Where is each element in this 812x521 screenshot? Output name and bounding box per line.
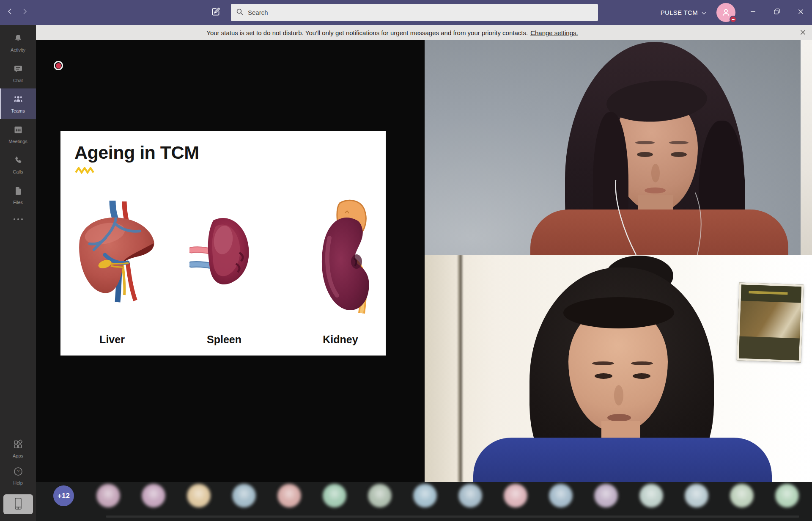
chevron-down-icon (702, 9, 706, 17)
participant-avatar[interactable] (367, 483, 392, 508)
overflow-participants-badge[interactable]: +12 (53, 485, 74, 506)
participant-avatar[interactable] (729, 483, 754, 508)
sidebar-item-label: Teams (11, 108, 25, 113)
mobile-app-button[interactable] (3, 494, 33, 514)
search-bar[interactable] (231, 4, 598, 21)
titlebar: PULSE TCM (0, 0, 812, 25)
wall-poster (737, 282, 804, 362)
bell-icon (13, 33, 23, 45)
participant-avatar[interactable] (458, 483, 483, 508)
sidebar-item-teams[interactable]: Teams (0, 88, 36, 119)
close-button[interactable] (794, 6, 807, 19)
sidebar-item-label: Meetings (8, 139, 27, 144)
participant-avatar[interactable] (277, 483, 302, 508)
search-input[interactable] (248, 9, 593, 16)
participant-avatar[interactable] (639, 483, 664, 508)
organ-label-liver: Liver (78, 334, 146, 346)
strip-scrollbar[interactable] (106, 515, 799, 518)
profile-avatar[interactable] (716, 3, 735, 22)
organ-label-kidney: Kidney (307, 334, 374, 346)
participants-strip: +12 (36, 482, 812, 521)
sidebar-item-label: Chat (13, 78, 23, 83)
banner-close-button[interactable] (797, 27, 809, 38)
participant-avatar[interactable] (186, 483, 211, 508)
restore-icon (774, 8, 780, 16)
participant-avatar[interactable] (503, 483, 528, 508)
file-icon (13, 186, 23, 198)
participant-avatar[interactable] (412, 483, 438, 508)
org-switcher[interactable]: PULSE TCM (661, 0, 706, 25)
liver-illustration (75, 200, 158, 303)
kidney-illustration (318, 198, 377, 316)
status-banner: Your status is set to do not disturb. Yo… (36, 25, 812, 40)
participant-shirt (473, 438, 772, 482)
back-button[interactable] (3, 6, 16, 19)
video-tile-participant-2[interactable] (425, 255, 812, 482)
chevron-right-icon (22, 8, 28, 17)
video-tile-participant-1[interactable] (425, 40, 812, 255)
wall-edge (801, 40, 812, 255)
wall-corner-line (457, 255, 464, 482)
forward-button[interactable] (19, 6, 31, 19)
org-name: PULSE TCM (661, 9, 698, 16)
participant-avatar[interactable] (231, 483, 257, 508)
sidebar-item-activity[interactable]: Activity (0, 28, 36, 58)
minimize-icon (750, 8, 756, 16)
change-settings-link[interactable]: Change settings. (530, 29, 578, 36)
sidebar-item-apps[interactable]: Apps (0, 435, 36, 462)
status-banner-text: Your status is set to do not disturb. Yo… (206, 29, 528, 36)
participant-avatar[interactable] (141, 483, 166, 508)
chevron-left-icon (7, 8, 13, 17)
app-rail-bottom: Apps ? Help (0, 435, 36, 514)
sidebar-item-label: Calls (13, 169, 23, 174)
organ-label-spleen: Spleen (190, 334, 258, 346)
person-icon (721, 7, 731, 18)
sidebar-item-meetings[interactable]: Meetings (0, 119, 36, 149)
close-icon (800, 29, 806, 36)
sidebar-item-label: Activity (11, 47, 25, 52)
restore-button[interactable] (770, 6, 784, 19)
apps-grid-icon (13, 439, 23, 451)
new-chat-button[interactable] (208, 5, 223, 20)
presentation-slide: Ageing in TCM (60, 131, 386, 356)
search-icon (236, 8, 244, 17)
help-icon: ? (13, 466, 23, 478)
sidebar-item-files[interactable]: Files (0, 180, 36, 210)
calendar-icon (13, 125, 23, 137)
minimize-button[interactable] (746, 6, 760, 19)
participant-avatar[interactable] (774, 483, 800, 508)
sidebar-item-label: Files (13, 200, 23, 205)
zigzag-underline (75, 167, 95, 174)
slide-title: Ageing in TCM (74, 142, 199, 163)
recording-indicator (54, 61, 63, 70)
screen-share-stage[interactable]: Ageing in TCM (36, 40, 425, 482)
participant-avatar[interactable] (322, 483, 347, 508)
app-rail-items: Activity Chat Te (0, 28, 36, 227)
sidebar-more-button[interactable] (0, 210, 36, 227)
mobile-phone-icon (14, 497, 23, 512)
dnd-status-badge (730, 16, 737, 23)
sidebar-item-label: Apps (13, 453, 23, 458)
earphone-wire (425, 40, 812, 255)
sidebar-item-help[interactable]: ? Help (0, 462, 36, 489)
participant-avatar[interactable] (593, 483, 619, 508)
sidebar-item-chat[interactable]: Chat (0, 58, 36, 88)
participant-avatar[interactable] (548, 483, 573, 508)
teams-people-icon (13, 94, 24, 106)
participant-avatar[interactable] (96, 483, 121, 508)
svg-text:?: ? (16, 469, 19, 474)
chat-icon (13, 64, 23, 76)
close-icon (798, 8, 804, 16)
compose-icon (210, 6, 221, 19)
spleen-illustration (189, 214, 253, 288)
participant-avatar[interactable] (684, 483, 709, 508)
sidebar-item-label: Help (13, 480, 23, 485)
sidebar-item-calls[interactable]: Calls (0, 149, 36, 180)
phone-icon (13, 155, 23, 167)
app-rail: Activity Chat Te (0, 25, 36, 521)
ellipsis-icon (13, 215, 24, 223)
